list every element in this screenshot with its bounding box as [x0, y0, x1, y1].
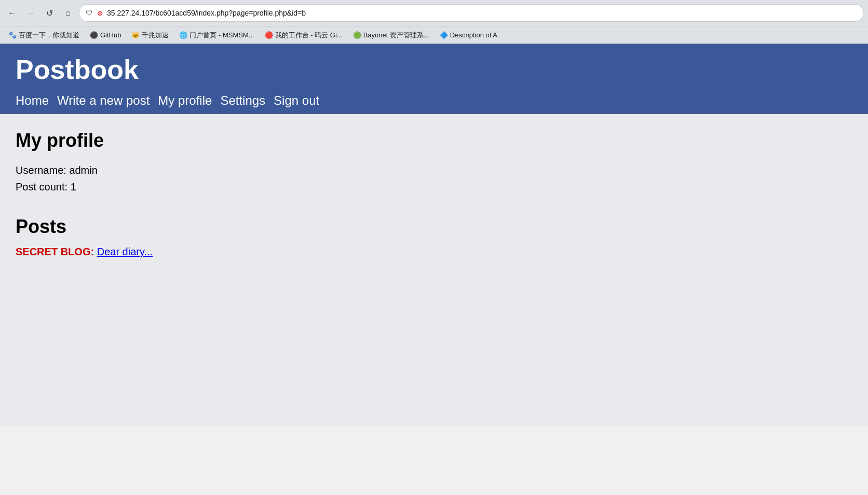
nav-item-sign-out[interactable]: Sign out: [274, 93, 319, 114]
bookmark-icon-gitee: 🔴: [265, 31, 273, 39]
username-value: admin: [69, 164, 97, 176]
address-input[interactable]: [107, 9, 857, 17]
address-bar[interactable]: 🛡 ⊘: [79, 4, 864, 22]
site-nav: HomeWrite a new postMy profileSettingsSi…: [16, 93, 852, 114]
posts-section: Posts SECRET BLOG: Dear diary...: [16, 216, 852, 258]
website-header: Postbook HomeWrite a new postMy profileS…: [0, 44, 868, 114]
website-body: My profile Username: admin Post count: 1…: [0, 114, 868, 425]
post-link[interactable]: Dear diary...: [97, 246, 153, 257]
bookmark-gitee[interactable]: 🔴我的工作台 - 码云 Gi...: [261, 29, 347, 42]
browser-toolbar: ← → ↺ ⌂ 🛡 ⊘: [0, 0, 868, 26]
bookmark-label-qianzhaojia: 千兆加速: [142, 31, 169, 40]
bookmark-label-portal: 门户首页 - MSMSM...: [189, 31, 254, 40]
nav-item-home[interactable]: Home: [16, 93, 49, 114]
back-button[interactable]: ←: [4, 5, 20, 21]
reload-button[interactable]: ↺: [42, 5, 57, 21]
site-title: Postbook: [16, 54, 852, 85]
bookmark-label-gitee: 我的工作台 - 码云 Gi...: [275, 31, 343, 40]
profile-info: Username: admin Post count: 1: [16, 162, 852, 195]
bookmark-label-bayonet: Bayonet 资产管理系...: [363, 31, 429, 40]
forward-button[interactable]: →: [23, 5, 38, 21]
nav-item-new-post[interactable]: Write a new post: [57, 93, 150, 114]
list-item: SECRET BLOG: Dear diary...: [16, 246, 852, 258]
profile-heading: My profile: [16, 130, 852, 152]
nav-item-settings[interactable]: Settings: [220, 93, 265, 114]
bookmark-icon-portal: 🌐: [179, 31, 187, 39]
bookmark-icon-baidu: 🐾: [8, 31, 17, 39]
bookmark-icon-qianzhaojia: 🐱: [131, 31, 140, 39]
bookmark-icon-bayonet: 🟢: [353, 31, 361, 39]
post-count-value: 1: [71, 181, 76, 192]
nav-item-my-profile[interactable]: My profile: [158, 93, 212, 114]
bookmark-icon-description: 🔷: [440, 31, 448, 39]
bookmark-label-description: Description of A: [450, 31, 497, 39]
username-row: Username: admin: [16, 162, 852, 178]
posts-heading: Posts: [16, 216, 852, 238]
username-label: Username:: [16, 164, 66, 176]
post-count-label: Post count:: [16, 181, 67, 192]
bookmark-portal[interactable]: 🌐门户首页 - MSMSM...: [175, 29, 258, 42]
bookmarks-bar: 🐾百度一下，你就知道⚫GitHub🐱千兆加速🌐门户首页 - MSMSM...🔴我…: [0, 26, 868, 44]
bookmark-github[interactable]: ⚫GitHub: [86, 30, 125, 41]
bookmark-baidu[interactable]: 🐾百度一下，你就知道: [4, 29, 84, 42]
bookmark-label-baidu: 百度一下，你就知道: [19, 31, 79, 40]
home-button[interactable]: ⌂: [60, 5, 76, 21]
browser-chrome: ← → ↺ ⌂ 🛡 ⊘ 🐾百度一下，你就知道⚫GitHub🐱千兆加速🌐门户首页 …: [0, 0, 868, 44]
post-prefix: SECRET BLOG:: [16, 246, 94, 257]
posts-list: SECRET BLOG: Dear diary...: [16, 246, 852, 258]
bookmark-icon-github: ⚫: [90, 31, 98, 39]
profile-section: My profile Username: admin Post count: 1: [16, 130, 852, 195]
shield-icon: 🛡: [86, 9, 93, 17]
bookmark-qianzhaojia[interactable]: 🐱千兆加速: [127, 29, 173, 42]
post-count-row: Post count: 1: [16, 178, 852, 195]
bookmark-bayonet[interactable]: 🟢Bayonet 资产管理系...: [349, 29, 433, 42]
bookmark-description[interactable]: 🔷Description of A: [436, 30, 501, 41]
bookmark-label-github: GitHub: [100, 31, 121, 39]
slash-icon: ⊘: [97, 9, 103, 17]
